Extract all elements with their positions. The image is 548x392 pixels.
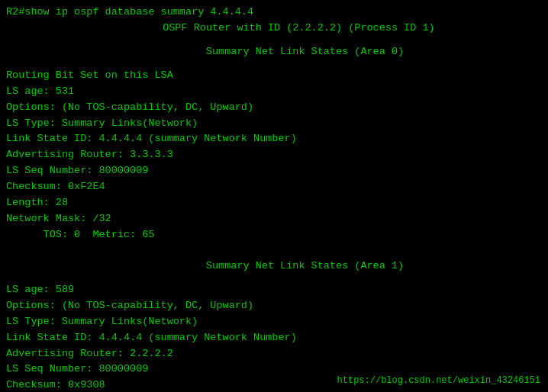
area0-line-3: LS Type: Summary Links(Network)	[6, 116, 542, 132]
area1-title: Summary Net Link States (Area 1)	[6, 259, 542, 275]
command-line: R2#show ip ospf database summary 4.4.4.4	[6, 5, 542, 21]
terminal-window: R2#show ip ospf database summary 4.4.4.4…	[0, 0, 548, 392]
area0-block: Routing Bit Set on this LSA LS age: 531 …	[6, 68, 542, 243]
area0-line-4: Link State ID: 4.4.4.4 (summary Network …	[6, 131, 542, 147]
area0-title: Summary Net Link States (Area 0)	[6, 44, 542, 60]
area0-line-9: Network Mask: /32	[6, 211, 542, 227]
area0-line-2: Options: (No TOS-capability, DC, Upward)	[6, 100, 542, 116]
area0-line-5: Advertising Router: 3.3.3.3	[6, 147, 542, 163]
area1-line-3: Link State ID: 4.4.4.4 (summary Network …	[6, 330, 542, 346]
area1-line-1: Options: (No TOS-capability, DC, Upward)	[6, 298, 542, 314]
watermark: https://blog.csdn.net/weixin_43246151	[337, 375, 540, 386]
area0-line-7: Checksum: 0xF2E4	[6, 179, 542, 195]
area0-line-8: Length: 28	[6, 195, 542, 211]
area1-line-4: Advertising Router: 2.2.2.2	[6, 346, 542, 362]
area0-line-6: LS Seq Number: 80000009	[6, 163, 542, 179]
area0-line-0: Routing Bit Set on this LSA	[6, 68, 542, 84]
area1-line-0: LS age: 589	[6, 282, 542, 298]
ospf-header: OSPF Router with ID (2.2.2.2) (Process I…	[6, 21, 542, 37]
area0-line-10: TOS: 0 Metric: 65	[6, 227, 542, 243]
area1-line-2: LS Type: Summary Links(Network)	[6, 314, 542, 330]
area0-line-1: LS age: 531	[6, 84, 542, 100]
